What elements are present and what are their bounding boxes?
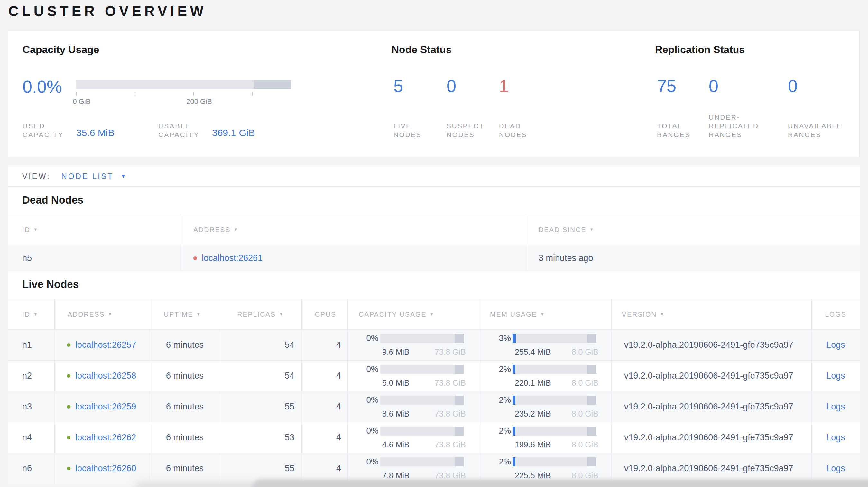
mem-percent: 2% — [495, 426, 513, 436]
live-status-dot-icon — [67, 467, 70, 470]
node-address-link[interactable]: localhost:26259 — [75, 402, 136, 412]
node-uptime: 6 minutes — [150, 391, 221, 422]
node-replicas: 54 — [221, 361, 302, 391]
axis-tick-label: 0 GiB — [73, 97, 90, 106]
capacity-percent: 0% — [362, 364, 380, 374]
node-mem-usage-cell: 2% 220.1 MiB 8.0 GiB — [480, 361, 612, 391]
replication-status-heading: Replication Status — [655, 44, 745, 56]
node-version: v19.2.0-alpha.20190606-2491-gfe735c9a97 — [612, 361, 812, 391]
summary-card: Capacity Usage Node Status Replication S… — [8, 31, 860, 157]
chevron-down-icon: ▼ — [121, 173, 126, 179]
mem-total-value: 8.0 GiB — [572, 347, 598, 357]
node-address-link[interactable]: localhost:26257 — [75, 340, 136, 350]
capacity-used-value: 8.6 MiB — [382, 409, 409, 419]
dead-nodes-count: 1 — [499, 76, 542, 96]
node-cpus: 4 — [302, 330, 348, 360]
logs-link[interactable]: Logs — [826, 463, 845, 474]
live-status-dot-icon — [67, 374, 70, 378]
column-header-mem-usage[interactable]: MEM USAGE▼ — [480, 299, 612, 329]
mem-percent: 2% — [495, 395, 513, 405]
axis-tick — [193, 92, 194, 96]
unavailable-count: 0 — [788, 76, 862, 96]
axis-tick-label: 200 GiB — [186, 97, 212, 106]
table-row: n4 localhost:26262 6 minutes 53 4 0% 4.6… — [8, 422, 860, 453]
under-replicated-ranges-metric: 0 UNDER-REPLICATED RANGES — [709, 76, 775, 139]
mem-total-value: 8.0 GiB — [572, 440, 598, 449]
used-capacity-label: USED CAPACITY — [23, 122, 81, 139]
live-status-dot-icon — [67, 343, 70, 347]
dead-since-value: 3 minutes ago — [527, 245, 860, 271]
node-capacity-usage-cell: 0% 8.6 MiB 73.8 GiB — [348, 391, 480, 422]
node-id: n1 — [8, 330, 55, 360]
sort-arrow-icon: ▼ — [196, 312, 201, 317]
logs-link[interactable]: Logs — [826, 371, 845, 381]
column-header-capacity-usage[interactable]: CAPACITY USAGE▼ — [348, 299, 480, 329]
mem-used-value: 199.6 MiB — [515, 440, 551, 449]
column-header-id[interactable]: ID▼ — [8, 299, 55, 329]
column-header-dead-since[interactable]: DEAD SINCE▼ — [527, 214, 860, 245]
column-header-version[interactable]: VERSION▼ — [612, 299, 812, 329]
mem-bar — [513, 426, 596, 435]
node-address-link[interactable]: localhost:26260 — [75, 463, 136, 474]
mem-bar — [513, 396, 596, 404]
axis-tick — [135, 92, 135, 96]
capacity-percent-value: 0.0% — [23, 76, 62, 97]
node-capacity-usage-cell: 0% 4.6 MiB 73.8 GiB — [348, 422, 480, 453]
capacity-percent: 0% — [362, 333, 380, 343]
node-uptime: 6 minutes — [150, 453, 221, 484]
table-row: n5 localhost:26261 3 minutes ago — [8, 245, 860, 271]
node-address-cell: localhost:26260 — [55, 453, 150, 484]
capacity-percent: 0% — [362, 457, 380, 467]
view-label: VIEW: — [22, 172, 51, 181]
mem-bar — [513, 457, 596, 466]
node-mem-usage-cell: 2% 235.2 MiB 8.0 GiB — [480, 391, 612, 422]
logs-link[interactable]: Logs — [826, 402, 845, 412]
mem-used-value: 255.4 MiB — [515, 347, 551, 357]
column-header-replicas[interactable]: REPLICAS▼ — [221, 299, 302, 329]
logs-link[interactable]: Logs — [826, 340, 845, 350]
capacity-used-value: 9.6 MiB — [382, 347, 409, 357]
capacity-used-value: 5.0 MiB — [382, 378, 409, 388]
node-logs-cell: Logs — [812, 422, 860, 453]
page-title: CLUSTER OVERVIEW — [8, 3, 207, 19]
node-id: n6 — [8, 453, 55, 484]
logs-link[interactable]: Logs — [826, 433, 845, 443]
table-row: n1 localhost:26257 6 minutes 54 4 0% 9.6… — [8, 329, 860, 360]
capacity-total-value: 73.8 GiB — [435, 347, 466, 357]
node-capacity-usage-cell: 0% 5.0 MiB 73.8 GiB — [348, 361, 480, 391]
mem-total-value: 8.0 GiB — [572, 409, 598, 419]
capacity-total-value: 73.8 GiB — [435, 471, 466, 480]
column-header-uptime[interactable]: UPTIME▼ — [150, 299, 221, 329]
node-id: n3 — [8, 391, 55, 422]
node-address-link[interactable]: localhost:26262 — [75, 433, 136, 443]
table-row: n2 localhost:26258 6 minutes 54 4 0% 5.0… — [8, 360, 860, 391]
unavailable-ranges-metric: 0 UNAVAILABLE RANGES — [788, 76, 862, 139]
node-replicas: 54 — [221, 330, 302, 360]
node-address-link[interactable]: localhost:26261 — [202, 253, 262, 263]
dead-nodes-table: ID▼ ADDRESS▼ DEAD SINCE▼ n5 localhost:26… — [8, 214, 860, 271]
nodes-content: Dead Nodes ID▼ ADDRESS▼ DEAD SINCE▼ n5 l… — [8, 187, 860, 484]
sort-arrow-icon: ▼ — [589, 227, 594, 232]
column-header-id[interactable]: ID▼ — [8, 214, 181, 245]
node-address-link[interactable]: localhost:26258 — [75, 371, 136, 381]
node-logs-cell: Logs — [812, 330, 860, 360]
capacity-bar — [380, 334, 464, 343]
node-uptime: 6 minutes — [150, 422, 221, 453]
sort-arrow-icon: ▼ — [279, 312, 284, 317]
suspect-nodes-label: SUSPECT NODES — [446, 122, 495, 139]
view-selector-dropdown[interactable]: NODE LIST ▼ — [61, 172, 126, 181]
node-capacity-usage-cell: 0% 9.6 MiB 73.8 GiB — [348, 330, 480, 360]
mem-used-value: 225.5 MiB — [515, 471, 551, 480]
column-header-address[interactable]: ADDRESS▼ — [181, 214, 527, 245]
column-header-address[interactable]: ADDRESS▼ — [55, 299, 150, 329]
capacity-bar-cap-segment — [254, 80, 291, 89]
live-nodes-label: LIVE NODES — [394, 122, 437, 139]
capacity-total-value: 73.8 GiB — [435, 440, 466, 449]
node-id: n4 — [8, 422, 55, 453]
sort-arrow-icon: ▼ — [234, 227, 239, 232]
sort-arrow-icon: ▼ — [33, 227, 38, 232]
mem-percent: 2% — [495, 364, 513, 374]
node-version: v19.2.0-alpha.20190606-2491-gfe735c9a97 — [612, 330, 812, 360]
sort-arrow-icon: ▼ — [540, 312, 545, 317]
used-capacity-value: 35.6 MiB — [76, 127, 114, 138]
